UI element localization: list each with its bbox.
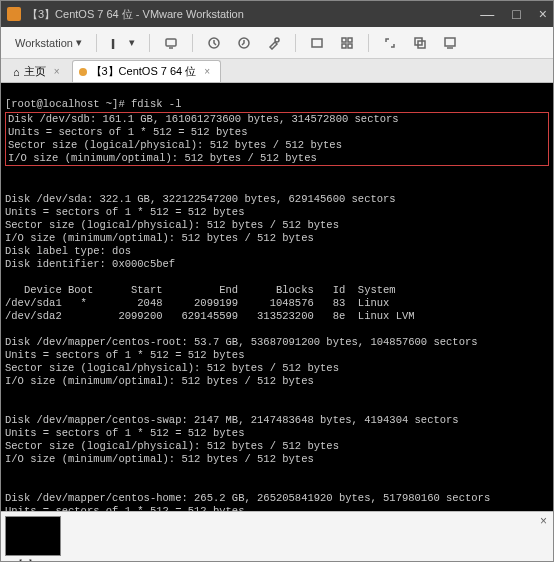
minimize-button[interactable]: — [480, 6, 494, 22]
close-icon[interactable]: × [204, 66, 210, 77]
app-icon [7, 7, 21, 21]
vm-tab-label: 【3】CentOS 7 64 位 [91, 64, 197, 79]
home-tab[interactable]: ⌂ 主页 × [7, 61, 70, 82]
svg-point-4 [275, 38, 279, 42]
swap-block: Disk /dev/mapper/centos-swap: 2147 MB, 2… [5, 414, 459, 465]
display-icon [443, 36, 457, 50]
titlebar: 【3】CentOS 7 64 位 - VMware Workstation — … [1, 1, 553, 27]
clock-back-icon [237, 36, 251, 50]
overlap-icon [413, 36, 427, 50]
prompt-line: [root@localhost ~]# fdisk -l [5, 98, 181, 110]
revert-button[interactable] [231, 32, 257, 54]
rect-icon [310, 36, 324, 50]
chevron-down-icon: ▾ [76, 36, 82, 49]
thumbnails-button[interactable] [334, 32, 360, 54]
unity-button[interactable] [407, 32, 433, 54]
home-block: Disk /dev/mapper/centos-home: 265.2 GB, … [5, 492, 490, 511]
separator [149, 34, 150, 52]
svg-rect-5 [312, 39, 322, 47]
thumbnail-label: 【3】C... [5, 558, 61, 562]
svg-rect-12 [445, 38, 455, 46]
separator [295, 34, 296, 52]
thumbnail-bar: × 【3】C... [1, 511, 553, 562]
thumbnail-image [5, 516, 61, 556]
close-button[interactable]: × [539, 6, 547, 22]
fit-guest-button[interactable] [304, 32, 330, 54]
home-label: 主页 [24, 64, 46, 79]
home-icon: ⌂ [13, 66, 20, 78]
separator [368, 34, 369, 52]
vm-thumbnail[interactable]: 【3】C... [5, 516, 61, 562]
window-title: 【3】CentOS 7 64 位 - VMware Workstation [27, 7, 480, 22]
partition-row: /dev/sda2 2099200 629145599 313523200 8e… [5, 310, 415, 322]
terminal-output[interactable]: [root@localhost ~]# fdisk -l Disk /dev/s… [1, 83, 553, 511]
maximize-button[interactable]: □ [512, 6, 520, 22]
play-dropdown[interactable]: ▾ [123, 32, 141, 53]
vm-tab[interactable]: 【3】CentOS 7 64 位 × [72, 60, 222, 82]
snapshot-button[interactable] [201, 32, 227, 54]
clock-icon [207, 36, 221, 50]
grid-icon [340, 36, 354, 50]
vm-status-icon [79, 68, 87, 76]
svg-rect-8 [342, 44, 346, 48]
expand-icon [383, 36, 397, 50]
io-line: I/O size (minimum/optimal): 512 bytes / … [8, 152, 317, 164]
units-line: Units = sectors of 1 * 512 = 512 bytes [8, 126, 247, 138]
console-button[interactable] [437, 32, 463, 54]
snapshot-manager-button[interactable] [261, 32, 287, 54]
svg-rect-6 [342, 38, 346, 42]
highlighted-block: Disk /dev/sdb: 161.1 GB, 161061273600 by… [5, 112, 549, 166]
sda-block: Disk /dev/sda: 322.1 GB, 322122547200 by… [5, 193, 396, 270]
svg-rect-9 [348, 44, 352, 48]
svg-rect-0 [166, 39, 176, 46]
fullscreen-button[interactable] [377, 32, 403, 54]
close-thumbs-button[interactable]: × [540, 514, 547, 528]
send-keys-button[interactable] [158, 32, 184, 54]
toolbar: Workstation ▾ || ▾ [1, 27, 553, 59]
root-block: Disk /dev/mapper/centos-root: 53.7 GB, 5… [5, 336, 478, 387]
workstation-menu[interactable]: Workstation ▾ [9, 32, 88, 53]
svg-rect-7 [348, 38, 352, 42]
separator [96, 34, 97, 52]
partition-row: /dev/sda1 * 2048 2099199 1048576 83 Linu… [5, 297, 389, 309]
tab-bar: ⌂ 主页 × 【3】CentOS 7 64 位 × [1, 59, 553, 83]
pause-button[interactable]: || [105, 33, 119, 53]
disk-line: Disk /dev/sdb: 161.1 GB, 161061273600 by… [8, 113, 399, 125]
monitor-icon [164, 36, 178, 50]
partition-header: Device Boot Start End Blocks Id System [5, 284, 396, 296]
separator [192, 34, 193, 52]
workstation-label: Workstation [15, 37, 73, 49]
close-icon[interactable]: × [54, 66, 60, 77]
wrench-icon [267, 36, 281, 50]
sector-line: Sector size (logical/physical): 512 byte… [8, 139, 342, 151]
